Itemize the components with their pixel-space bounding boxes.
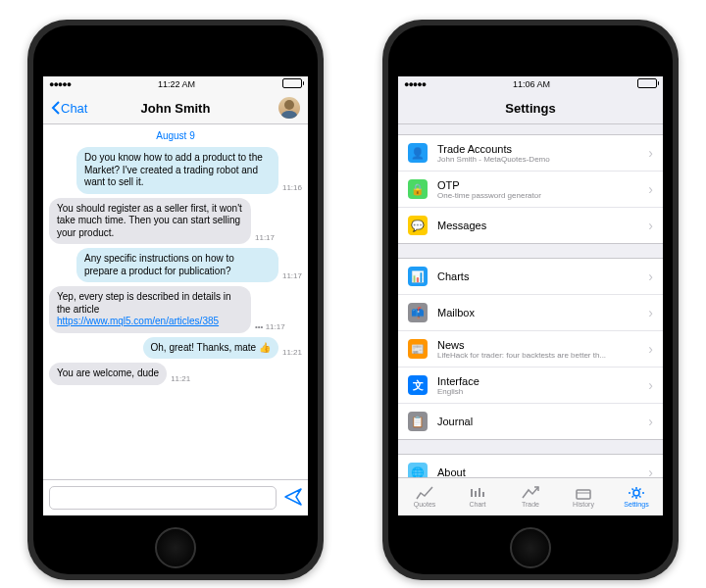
settings-row-mailbox[interactable]: 📫Mailbox› (398, 295, 663, 331)
settings-row-about[interactable]: 🌐About› (398, 455, 663, 477)
message-row: Do you know how to add a product to the … (49, 147, 302, 194)
interface-icon: 文 (408, 375, 428, 395)
settings-list[interactable]: 👤Trade AccountsJohn Smith - MetaQuotes-D… (398, 124, 663, 477)
row-title: Trade Accounts (437, 143, 644, 155)
row-title: Messages (437, 220, 644, 231)
chevron-right-icon: › (648, 377, 653, 393)
message-bubble[interactable]: Do you know how to add a product to the … (76, 147, 278, 194)
message-bubble[interactable]: Yep, every step is described in details … (49, 286, 251, 333)
phone-settings: ●●●●● 11:06 AM Settings 👤Trade AccountsJ… (382, 20, 679, 580)
chart-icon: 📊 (408, 267, 428, 286)
tab-bar: QuotesChartTradeHistorySettings (398, 477, 663, 515)
trade-icon (522, 486, 539, 500)
chevron-right-icon: › (648, 341, 653, 357)
tab-label: Trade (522, 501, 539, 508)
phone-chat: ●●●●● 11:22 AM Chat John Smith August 9 … (27, 20, 324, 580)
chat-messages[interactable]: August 9 Do you know how to add a produc… (43, 124, 308, 479)
signal-icon: ●●●●● (49, 79, 71, 89)
back-button[interactable]: Chat (51, 101, 87, 116)
tab-settings[interactable]: Settings (610, 478, 663, 515)
signal-icon: ●●●●● (404, 79, 426, 89)
lock-icon: 🔒 (408, 179, 428, 199)
back-label: Chat (61, 101, 87, 116)
tab-label: History (573, 501, 594, 508)
settings-group: 👤Trade AccountsJohn Smith - MetaQuotes-D… (398, 134, 663, 244)
message-row: Any specific instructions on how to prep… (49, 248, 302, 282)
tab-chart[interactable]: Chart (451, 478, 504, 515)
chevron-left-icon (51, 101, 61, 115)
status-time: 11:06 AM (513, 79, 550, 89)
row-title: Journal (437, 416, 644, 427)
chat-nav-bar: Chat John Smith (43, 92, 308, 124)
message-time: 11:21 (171, 374, 190, 385)
settings-group: 📊Charts›📫Mailbox›📰NewsLifeHack for trade… (398, 258, 663, 440)
date-separator: August 9 (49, 130, 302, 141)
status-bar: ●●●●● 11:06 AM (398, 76, 663, 92)
row-title: Charts (437, 270, 644, 282)
news-icon: 📰 (408, 339, 428, 359)
row-subtitle: LifeHack for trader: four backtests are … (437, 351, 644, 360)
chevron-right-icon: › (648, 414, 653, 429)
row-title: Interface (437, 375, 644, 387)
message-row: You should register as a seller first, i… (49, 198, 302, 245)
message-time: ••• 11:17 (255, 322, 285, 333)
chevron-right-icon: › (648, 181, 653, 197)
home-button[interactable] (155, 527, 196, 568)
message-bubble[interactable]: You should register as a seller first, i… (49, 198, 251, 245)
home-button[interactable] (510, 527, 551, 568)
message-time: 11:17 (255, 233, 275, 244)
svg-rect-0 (577, 490, 590, 499)
settings-icon (628, 486, 645, 500)
status-time: 11:22 AM (158, 79, 195, 89)
row-subtitle: English (437, 387, 644, 396)
message-time: 11:17 (282, 271, 302, 282)
tab-label: Quotes (414, 501, 436, 508)
message-time: 11:16 (282, 183, 302, 194)
contact-avatar[interactable] (278, 97, 300, 119)
message-bubble[interactable]: Oh, great! Thanks, mate 👍 (143, 337, 278, 360)
message-row: Oh, great! Thanks, mate 👍11:21 (49, 337, 302, 360)
history-icon (575, 486, 592, 500)
battery-icon (637, 78, 657, 90)
settings-row-charts[interactable]: 📊Charts› (398, 259, 663, 295)
chevron-right-icon: › (648, 305, 653, 320)
about-icon: 🌐 (408, 463, 428, 477)
journal-icon: 📋 (408, 412, 428, 431)
row-subtitle: John Smith - MetaQuotes-Demo (437, 155, 644, 164)
message-row: Yep, every step is described in details … (49, 286, 302, 333)
message-input[interactable] (49, 486, 277, 510)
settings-row-interface[interactable]: 文InterfaceEnglish› (398, 368, 663, 404)
tab-trade[interactable]: Trade (504, 478, 557, 515)
settings-group: 🌐About› (398, 454, 663, 477)
tab-quotes[interactable]: Quotes (398, 478, 451, 515)
settings-row-otp[interactable]: 🔒OTPOne-time password generator› (398, 172, 663, 208)
message-bubble[interactable]: Any specific instructions on how to prep… (76, 248, 278, 282)
settings-title: Settings (505, 101, 555, 116)
settings-row-news[interactable]: 📰NewsLifeHack for trader: four backtests… (398, 331, 663, 368)
quotes-icon (416, 486, 433, 500)
tab-label: Chart (469, 501, 485, 508)
message-bubble[interactable]: You are welcome, dude (49, 363, 167, 385)
row-title: OTP (437, 179, 644, 191)
tab-history[interactable]: History (557, 478, 610, 515)
message-time: 11:21 (282, 348, 302, 359)
row-title: About (437, 466, 644, 477)
messages-icon: 💬 (408, 216, 428, 235)
settings-row-messages[interactable]: 💬Messages› (398, 208, 663, 243)
tab-label: Settings (624, 501, 648, 508)
chevron-right-icon: › (648, 465, 653, 477)
battery-icon (282, 78, 302, 90)
settings-row-trade-accounts[interactable]: 👤Trade AccountsJohn Smith - MetaQuotes-D… (398, 135, 663, 172)
settings-nav-bar: Settings (398, 92, 663, 124)
settings-row-journal[interactable]: 📋Journal› (398, 404, 663, 439)
chart-tab-icon (469, 486, 486, 500)
compose-bar (43, 479, 308, 515)
message-link[interactable]: https://www.mql5.com/en/articles/385 (57, 316, 219, 326)
send-icon[interactable] (284, 488, 302, 508)
chevron-right-icon: › (648, 218, 653, 233)
chevron-right-icon: › (648, 145, 653, 161)
status-bar: ●●●●● 11:22 AM (43, 76, 308, 92)
message-row: You are welcome, dude11:21 (49, 363, 302, 385)
person-icon: 👤 (408, 143, 428, 163)
chevron-right-icon: › (648, 269, 653, 284)
